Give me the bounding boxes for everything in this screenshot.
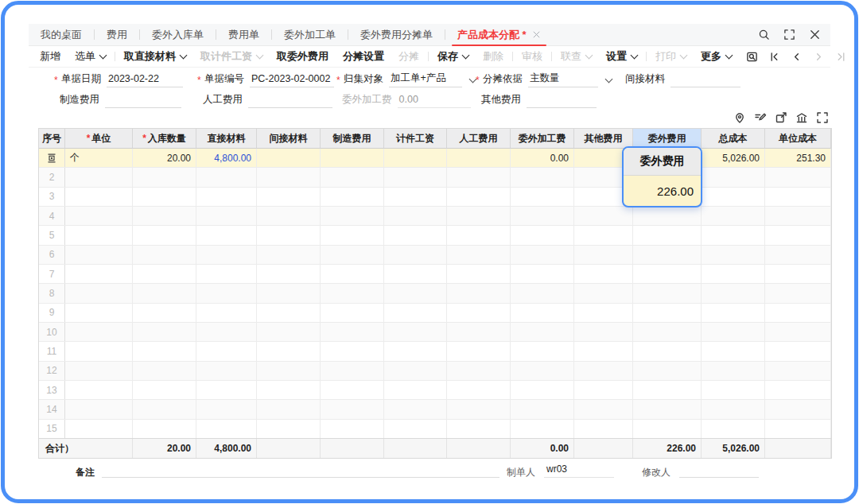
cell-人工费用[interactable] — [447, 381, 511, 399]
cell-直接材料[interactable] — [196, 226, 257, 244]
cell-委外加工费[interactable] — [511, 381, 574, 399]
cell-间接材料[interactable] — [257, 226, 321, 244]
cell-单位成本[interactable] — [765, 188, 831, 206]
cell-单位成本[interactable] — [765, 226, 831, 244]
table-row-8[interactable]: 8 — [39, 284, 831, 303]
cell-间接材料[interactable] — [257, 400, 321, 418]
close-icon[interactable] — [809, 29, 821, 41]
table-row-1[interactable]: 个20.004,800.000.005,026.00251.30 — [39, 149, 831, 168]
cell-其他费用[interactable] — [574, 226, 633, 244]
cell-人工费用[interactable] — [447, 168, 511, 186]
cell-间接材料[interactable] — [257, 188, 321, 206]
tab-6[interactable]: 委外费用分摊单 — [348, 24, 445, 45]
cell-单位[interactable] — [65, 265, 133, 283]
search-icon[interactable] — [758, 29, 770, 41]
cell-单位成本[interactable] — [765, 381, 831, 399]
labor-fee-input[interactable] — [248, 94, 332, 108]
cell-委外费用[interactable] — [633, 420, 702, 438]
cell-人工费用[interactable] — [447, 284, 511, 302]
cell-人工费用[interactable] — [447, 265, 511, 283]
cell-其他费用[interactable] — [574, 246, 633, 264]
cell-委外费用[interactable] — [633, 207, 702, 225]
cell-入库数量[interactable] — [133, 304, 196, 322]
cell-制造费用[interactable] — [321, 188, 384, 206]
cell-总成本[interactable] — [702, 188, 765, 206]
cell-人工费用[interactable] — [447, 246, 511, 264]
cell-间接材料[interactable] — [257, 168, 321, 186]
cell-单位成本[interactable] — [765, 284, 831, 302]
cell-其他费用[interactable] — [574, 342, 633, 360]
cell-单位[interactable] — [65, 207, 133, 225]
cell-计件工资[interactable] — [384, 304, 447, 322]
cell-总成本[interactable] — [702, 362, 765, 380]
cell-直接材料[interactable] — [196, 188, 257, 206]
cell-单位[interactable] — [65, 381, 133, 399]
cell-单位成本[interactable] — [765, 207, 831, 225]
cell-间接材料[interactable] — [257, 149, 321, 167]
cell-制造费用[interactable] — [321, 246, 384, 264]
allocate-basis-select[interactable]: 主数量 — [528, 72, 598, 87]
cell-委外加工费[interactable] — [511, 400, 574, 418]
cell-序号[interactable] — [39, 149, 65, 167]
cell-直接材料[interactable] — [196, 207, 257, 225]
cell-总成本[interactable] — [702, 284, 765, 302]
cell-制造费用[interactable] — [321, 168, 384, 186]
toolbar-button-3[interactable]: 取直接材料 — [124, 49, 186, 64]
table-row-14[interactable]: 14 — [39, 400, 831, 419]
cell-单位成本[interactable] — [765, 323, 831, 341]
first-page-icon[interactable] — [768, 51, 780, 63]
cell-单位成本[interactable]: 251.30 — [765, 149, 831, 167]
cell-其他费用[interactable] — [574, 284, 633, 302]
popup-value[interactable]: 226.00 — [624, 176, 701, 206]
column-header-计件工资[interactable]: 计件工资 — [384, 129, 447, 149]
cell-直接材料[interactable] — [196, 400, 257, 418]
cell-制造费用[interactable] — [321, 265, 384, 283]
cell-单位[interactable] — [65, 400, 133, 418]
cell-制造费用[interactable] — [321, 304, 384, 322]
column-header-其他费用[interactable]: 其他费用 — [574, 129, 633, 149]
cell-单位[interactable] — [65, 246, 133, 264]
cell-入库数量[interactable] — [133, 342, 196, 360]
cell-其他费用[interactable] — [574, 304, 633, 322]
cell-序号[interactable]: 6 — [39, 246, 65, 264]
cell-委外加工费[interactable] — [511, 207, 574, 225]
cell-间接材料[interactable] — [257, 207, 321, 225]
cell-单位[interactable] — [65, 188, 133, 206]
cell-单位[interactable] — [65, 284, 133, 302]
cell-计件工资[interactable] — [384, 226, 447, 244]
cell-入库数量[interactable] — [133, 168, 196, 186]
cell-直接材料[interactable] — [196, 420, 257, 438]
manufacture-fee-input[interactable] — [105, 94, 181, 108]
toolbar-button-0[interactable]: 新增 — [40, 49, 60, 64]
column-header-委外加工费[interactable]: 委外加工费 — [511, 129, 574, 149]
chevron-down-icon[interactable] — [605, 76, 613, 83]
column-header-间接材料[interactable]: 间接材料 — [257, 129, 321, 149]
cell-直接材料[interactable]: 4,800.00 — [196, 149, 257, 167]
toolbar-button-5[interactable]: 取委外费用 — [277, 49, 328, 64]
cell-序号[interactable]: 5 — [39, 226, 65, 244]
cell-计件工资[interactable] — [384, 265, 447, 283]
column-header-直接材料[interactable]: 直接材料 — [196, 129, 257, 149]
cell-单位[interactable] — [65, 362, 133, 380]
cell-委外费用[interactable] — [633, 304, 702, 322]
cell-其他费用[interactable] — [574, 420, 633, 438]
cell-人工费用[interactable] — [447, 400, 511, 418]
cell-计件工资[interactable] — [384, 362, 447, 380]
share-icon[interactable] — [775, 111, 787, 124]
cell-委外费用[interactable] — [633, 265, 702, 283]
cell-单位成本[interactable] — [765, 400, 831, 418]
column-header-序号[interactable]: 序号 — [39, 129, 65, 149]
cell-单位[interactable] — [65, 323, 133, 341]
table-row-10[interactable]: 10 — [39, 323, 831, 342]
cell-入库数量[interactable] — [133, 226, 196, 244]
cell-委外费用[interactable] — [633, 362, 702, 380]
cell-人工费用[interactable] — [447, 420, 511, 438]
cell-单位成本[interactable] — [765, 304, 831, 322]
cell-序号[interactable]: 10 — [39, 323, 65, 341]
cell-序号[interactable]: 2 — [39, 168, 65, 186]
cell-人工费用[interactable] — [447, 304, 511, 322]
cell-制造费用[interactable] — [321, 362, 384, 380]
cell-制造费用[interactable] — [321, 400, 384, 418]
cell-序号[interactable]: 7 — [39, 265, 65, 283]
cell-单位[interactable] — [65, 168, 133, 186]
